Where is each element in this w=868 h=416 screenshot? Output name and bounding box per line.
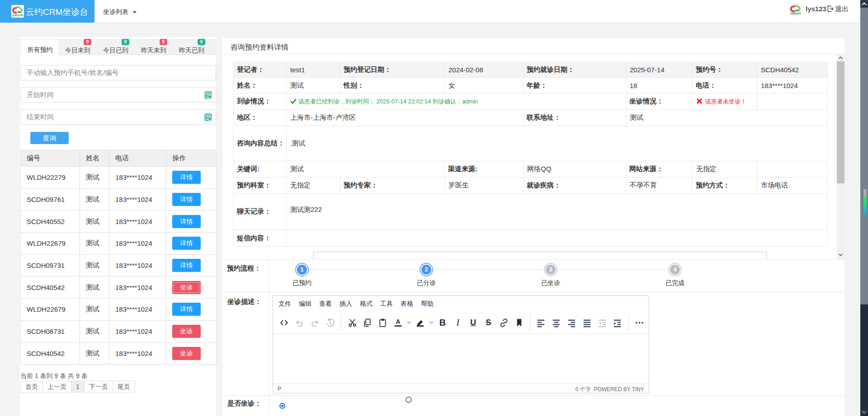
- svg-text:云约crm: 云约crm: [790, 12, 802, 15]
- svg-text:A: A: [396, 318, 400, 325]
- svg-text:云约crm: 云约crm: [12, 14, 24, 17]
